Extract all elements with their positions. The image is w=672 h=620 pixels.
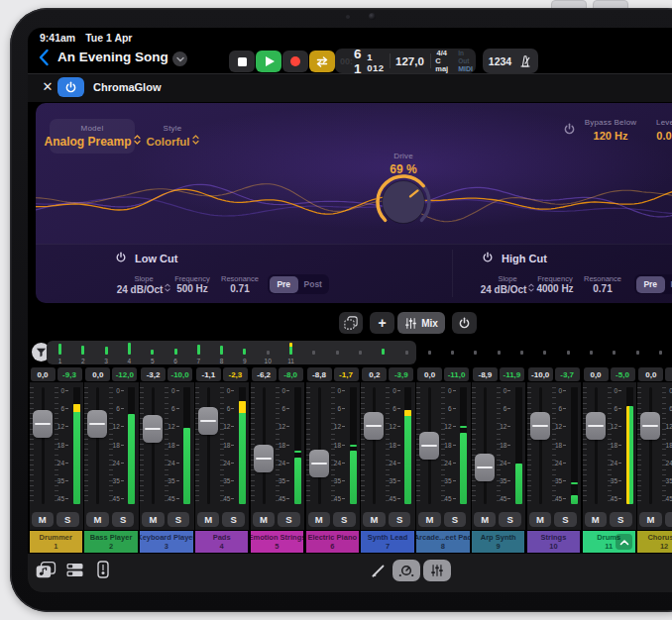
fader-track[interactable] xyxy=(484,387,487,504)
song-title[interactable]: An Evening Song xyxy=(57,50,168,64)
overview-track-slot[interactable]: 9 xyxy=(233,341,256,364)
track-name-cell[interactable]: Drummer1 xyxy=(30,531,83,553)
low-cut-slope-value[interactable]: 24 dB/Oct xyxy=(114,283,173,295)
track-name-cell[interactable]: Emotion Strings5 xyxy=(251,531,304,553)
overview-track-slot[interactable]: 4 xyxy=(118,341,141,364)
overview-track-slot[interactable] xyxy=(488,341,510,364)
plugin-power-button[interactable] xyxy=(57,77,84,97)
stop-button[interactable] xyxy=(229,51,255,72)
paste-settings-button[interactable] xyxy=(339,312,363,334)
back-chevron-icon[interactable] xyxy=(38,49,50,66)
overview-track-slot[interactable] xyxy=(349,341,372,364)
fader-handle[interactable] xyxy=(530,412,550,440)
solo-button[interactable]: S xyxy=(333,512,356,527)
solo-button[interactable]: S xyxy=(665,512,672,527)
overview-track-slot[interactable]: 1 xyxy=(49,341,71,364)
overview-track-slot[interactable] xyxy=(302,341,325,364)
fader-handle[interactable] xyxy=(143,415,163,443)
mute-button[interactable]: M xyxy=(363,512,386,527)
overview-track-slot[interactable] xyxy=(418,341,441,364)
pan-value[interactable]: 0,0 xyxy=(85,367,110,381)
level-value[interactable]: -10,0 xyxy=(168,367,192,381)
level-value[interactable]: -11,0 xyxy=(444,367,469,381)
level-value[interactable]: -3,9 xyxy=(389,367,413,381)
overview-track-slot[interactable]: 10 xyxy=(257,341,280,364)
track-name-cell[interactable]: Drums11 xyxy=(583,531,636,553)
loop-browser-icon[interactable] xyxy=(36,562,56,578)
overview-track-slot[interactable]: 8 xyxy=(210,341,233,364)
overview-track-slot[interactable] xyxy=(557,341,580,364)
level-value[interactable] xyxy=(665,367,672,381)
overview-track-slot[interactable] xyxy=(395,341,418,364)
model-selector[interactable]: Model Analog Preamp xyxy=(50,119,135,154)
overview-track-slot[interactable] xyxy=(372,341,394,364)
overview-track-slot[interactable]: 2 xyxy=(71,341,94,364)
fader-handle[interactable] xyxy=(640,412,660,440)
solo-button[interactable]: S xyxy=(222,512,245,527)
mute-button[interactable]: M xyxy=(585,512,608,527)
mute-button[interactable]: M xyxy=(253,512,276,527)
pan-value[interactable]: -10,0 xyxy=(528,367,553,381)
overview-track-slot[interactable]: 3 xyxy=(95,341,118,364)
track-name-cell[interactable]: Bass Player2 xyxy=(84,531,138,553)
level-value[interactable]: -11,9 xyxy=(500,367,524,381)
overview-track-slot[interactable] xyxy=(510,341,533,364)
level-value[interactable]: -9,3 xyxy=(57,367,82,381)
mute-button[interactable]: M xyxy=(639,512,662,527)
low-cut-pre-button[interactable]: Pre xyxy=(270,276,299,293)
overview-track-slot[interactable] xyxy=(580,341,603,364)
overview-track-slot[interactable]: 11 xyxy=(280,341,302,364)
pencil-icon[interactable] xyxy=(371,564,386,578)
overview-track-slot[interactable] xyxy=(441,341,464,364)
mixer-view-button[interactable] xyxy=(423,560,451,581)
track-name-cell[interactable]: Strings10 xyxy=(527,531,581,553)
fader-track[interactable] xyxy=(318,387,321,504)
fader-track[interactable] xyxy=(595,387,598,504)
fader-handle[interactable] xyxy=(364,412,384,440)
level-value[interactable]: -5,0 xyxy=(611,367,635,381)
bypass-power-icon[interactable] xyxy=(563,123,576,136)
mix-view-button[interactable]: Mix xyxy=(397,312,445,334)
overview-track-slot[interactable]: 6 xyxy=(165,341,187,364)
track-name-cell[interactable]: Chorus V12 xyxy=(637,531,672,553)
style-value[interactable]: Colorful xyxy=(131,135,214,148)
solo-button[interactable]: S xyxy=(278,512,300,527)
drive-knob[interactable] xyxy=(372,170,435,234)
low-cut-post-button[interactable]: Post xyxy=(298,276,328,293)
overview-track-slot[interactable] xyxy=(326,341,349,364)
level-value[interactable]: -8,0 xyxy=(279,367,303,381)
track-name-cell[interactable]: Arp Synth9 xyxy=(472,531,525,553)
track-name-cell[interactable]: Pads4 xyxy=(195,531,249,553)
track-name-cell[interactable]: Synth Lead7 xyxy=(361,531,414,553)
mute-button[interactable]: M xyxy=(197,512,220,527)
cycle-button[interactable] xyxy=(309,51,335,72)
solo-button[interactable]: S xyxy=(610,512,632,527)
solo-button[interactable]: S xyxy=(554,512,577,527)
mute-button[interactable]: M xyxy=(474,512,497,527)
solo-button[interactable]: S xyxy=(168,512,190,527)
overview-track-slot[interactable] xyxy=(533,341,556,364)
level-value[interactable]: -3,7 xyxy=(555,367,580,381)
overview-track-slot[interactable] xyxy=(603,341,625,364)
pan-value[interactable]: 0,0 xyxy=(584,367,609,381)
pan-value[interactable]: 0,0 xyxy=(31,367,56,381)
level-value[interactable]: -12,0 xyxy=(112,367,137,381)
high-cut-resonance-value[interactable]: 0.71 xyxy=(578,283,627,294)
pan-value[interactable]: -6,2 xyxy=(252,367,277,381)
high-cut-power-icon[interactable] xyxy=(482,252,494,263)
fader-handle[interactable] xyxy=(254,445,274,472)
overview-track-slot[interactable] xyxy=(649,341,672,364)
mixer-power-button[interactable] xyxy=(452,312,477,334)
pan-value[interactable]: 0,2 xyxy=(362,367,387,381)
mute-button[interactable]: M xyxy=(86,512,109,527)
play-button[interactable] xyxy=(256,51,281,72)
fader-controller-icon[interactable] xyxy=(95,561,111,578)
level-value[interactable]: 0.0 xyxy=(654,130,672,142)
add-plugin-button[interactable]: + xyxy=(370,312,394,334)
level-value[interactable]: -2,3 xyxy=(223,367,248,381)
fader-handle[interactable] xyxy=(419,432,439,460)
fader-handle[interactable] xyxy=(475,454,495,481)
pan-value[interactable]: 0,0 xyxy=(638,367,663,381)
record-button[interactable] xyxy=(282,51,308,72)
overview-track-slot[interactable] xyxy=(626,341,649,364)
